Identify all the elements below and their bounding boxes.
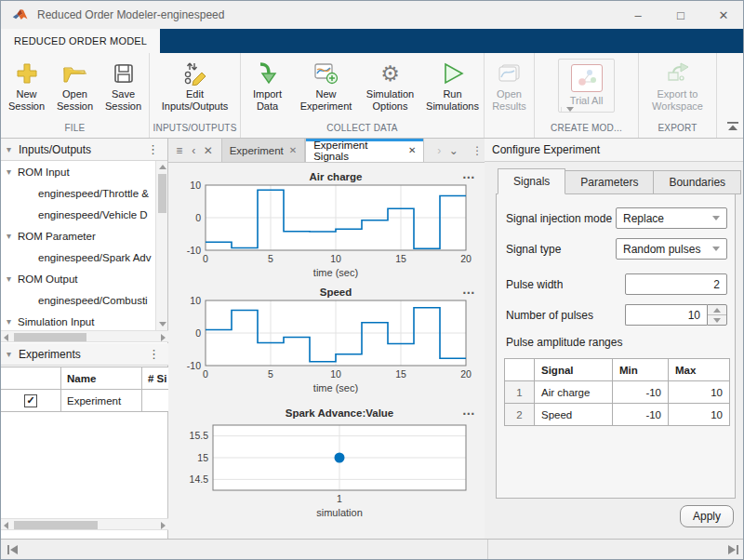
ribbon-group-create-model: Trial All CREATE MOD... bbox=[535, 53, 639, 138]
experiment-checkbox[interactable]: ✓ bbox=[24, 394, 37, 407]
svg-text:20: 20 bbox=[460, 368, 472, 380]
collapse-left-panel-icon[interactable] bbox=[7, 544, 20, 558]
table-row[interactable]: ✓Experiment bbox=[1, 390, 168, 412]
group-label-results bbox=[485, 123, 534, 138]
save-icon bbox=[113, 59, 135, 88]
svg-text:0: 0 bbox=[203, 253, 208, 264]
svg-text:5: 5 bbox=[268, 368, 273, 380]
number-of-pulses-input[interactable]: 10 bbox=[625, 304, 707, 326]
edit-io-icon bbox=[182, 59, 208, 88]
ribbon-group-export: Export to Workspace EXPORT bbox=[639, 53, 717, 138]
close-button[interactable]: ✕ bbox=[702, 1, 744, 29]
simulation-options-button[interactable]: ⚙ Simulation Options bbox=[359, 57, 422, 123]
signal-injection-mode-select[interactable]: Replace bbox=[616, 207, 727, 229]
tab-parameters[interactable]: Parameters bbox=[565, 170, 654, 194]
close-icon[interactable]: ✕ bbox=[408, 145, 416, 155]
svg-text:1: 1 bbox=[337, 493, 342, 504]
svg-text:0: 0 bbox=[195, 212, 201, 223]
tree-item[interactable]: ▾ROM Input bbox=[1, 161, 155, 182]
tab-reduced-order-model[interactable]: REDUCED ORDER MODEL bbox=[1, 29, 160, 53]
experiments-menu-icon[interactable]: ⋮ bbox=[145, 347, 163, 361]
export-to-workspace-button: Export to Workspace bbox=[641, 57, 715, 123]
inputs-outputs-header[interactable]: ▾ Inputs/Outputs ⋮ bbox=[1, 139, 167, 161]
scroll-tabs-right-icon[interactable]: › bbox=[432, 139, 446, 162]
scroll-tabs-left-icon[interactable]: ‹ bbox=[187, 139, 202, 162]
open-results-button: Open Results bbox=[485, 57, 534, 123]
configure-tabs: Signals Parameters Boundaries bbox=[498, 170, 741, 194]
pulse-amplitude-label: Pulse amplitude ranges bbox=[506, 336, 727, 349]
charts-container: -1001005101520Air charge⋯time (sec)-1001… bbox=[168, 163, 485, 539]
tree-item[interactable]: enginespeed/Spark Adv bbox=[1, 247, 155, 268]
pulse-width-input[interactable]: 2 bbox=[625, 273, 727, 295]
chart-title: Spark Advance:Value bbox=[286, 407, 394, 419]
chart-options-icon[interactable]: ⋯ bbox=[462, 286, 475, 300]
document-menu-icon[interactable]: ⋮ bbox=[471, 139, 485, 162]
tree-item[interactable]: ▾ROM Output bbox=[1, 268, 155, 289]
chart-spark-advance-value: 14.51515.51Spark Advance:Value⋯simulatio… bbox=[170, 407, 483, 522]
trial-all-button: Trial All bbox=[558, 59, 616, 113]
tree-item[interactable]: enginespeed/Combusti bbox=[1, 289, 155, 311]
new-experiment-button[interactable]: New Experiment bbox=[294, 57, 359, 123]
svg-text:15: 15 bbox=[197, 452, 208, 463]
collapse-right-panel-icon[interactable] bbox=[726, 544, 739, 558]
ribbon-group-results: Open Results bbox=[485, 53, 535, 138]
experiments-table: Name # Si ✓Experiment bbox=[1, 367, 168, 412]
chart-xlabel: time (sec) bbox=[313, 382, 358, 393]
app-window: Reduced Order Modeler-enginespeed – □ ✕ … bbox=[0, 0, 744, 560]
svg-text:-10: -10 bbox=[187, 245, 201, 256]
io-tree: ▾ROM Inputenginespeed/Throttle &enginesp… bbox=[1, 161, 155, 330]
chevron-down-icon[interactable]: ▾ bbox=[7, 316, 18, 327]
svg-text:10: 10 bbox=[190, 180, 201, 191]
chart-air-charge: -1001005101520Air charge⋯time (sec) bbox=[170, 170, 483, 282]
svg-text:-10: -10 bbox=[187, 360, 201, 371]
open-session-button[interactable]: Open Session bbox=[51, 57, 100, 123]
tab-list-menu-icon[interactable]: ≡ bbox=[172, 139, 187, 162]
experiments-header[interactable]: ▾ Experiments ⋮ bbox=[1, 343, 168, 366]
pulse-width-row: Pulse width 2 bbox=[506, 273, 727, 295]
maximize-button[interactable]: □ bbox=[659, 1, 702, 29]
chevron-down-icon[interactable]: ▾ bbox=[7, 231, 18, 241]
plus-icon bbox=[15, 59, 39, 88]
new-session-button[interactable]: New Session bbox=[3, 57, 51, 123]
tree-item[interactable]: enginespeed/Throttle & bbox=[1, 182, 155, 204]
chevron-down-icon[interactable]: ▾ bbox=[7, 167, 18, 177]
chart-options-icon[interactable]: ⋯ bbox=[462, 170, 475, 184]
tree-item[interactable]: enginespeed/Vehicle D bbox=[1, 204, 155, 225]
tab-signals[interactable]: Signals bbox=[498, 168, 565, 194]
ribbon-group-collect-data: Import Data New Experiment bbox=[241, 53, 485, 138]
collapse-ribbon-button[interactable] bbox=[726, 121, 739, 134]
chevron-down-icon[interactable]: ▾ bbox=[7, 273, 18, 284]
play-icon bbox=[442, 59, 464, 88]
edit-inputs-outputs-button[interactable]: Edit Inputs/Outputs bbox=[152, 57, 239, 123]
signal-type-row: Signal type Random pulses bbox=[506, 238, 727, 260]
signal-type-select[interactable]: Random pulses bbox=[616, 238, 727, 260]
tab-experiment-signals[interactable]: Experiment Signals ✕ bbox=[305, 139, 424, 162]
chart-title: Speed bbox=[320, 287, 352, 298]
signals-tab-content: Signal injection mode Replace Signal typ… bbox=[496, 193, 736, 499]
tree-item[interactable]: ▾Simulation Input bbox=[1, 311, 155, 330]
model-network-icon bbox=[571, 64, 603, 92]
svg-text:10: 10 bbox=[190, 295, 201, 306]
io-tree-hscrollbar[interactable] bbox=[1, 330, 168, 342]
close-icon[interactable]: ✕ bbox=[289, 145, 297, 155]
group-label-collect-data: COLLECT DATA bbox=[241, 123, 484, 138]
save-session-button[interactable]: Save Session bbox=[100, 57, 148, 123]
svg-text:0: 0 bbox=[195, 327, 201, 339]
experiments-hscrollbar[interactable] bbox=[1, 518, 168, 530]
tab-dropdown-icon[interactable]: ⌄ bbox=[446, 139, 461, 162]
chart-options-icon[interactable]: ⋯ bbox=[462, 407, 475, 420]
io-tree-vscrollbar[interactable] bbox=[155, 161, 167, 330]
minimize-button[interactable]: – bbox=[617, 1, 659, 29]
run-simulations-button[interactable]: Run Simulations bbox=[422, 57, 484, 123]
inputs-outputs-menu-icon[interactable]: ⋮ bbox=[144, 142, 162, 156]
quantity-stepper[interactable] bbox=[707, 304, 727, 326]
tab-boundaries[interactable]: Boundaries bbox=[654, 170, 741, 194]
configure-experiment-title: Configure Experiment bbox=[485, 139, 744, 162]
group-label-file: FILE bbox=[1, 123, 149, 138]
import-data-button[interactable]: Import Data bbox=[242, 57, 294, 123]
signal-injection-mode-row: Signal injection mode Replace bbox=[506, 207, 727, 229]
tree-item[interactable]: ▾ROM Parameter bbox=[1, 225, 155, 247]
tab-experiment[interactable]: Experiment ✕ bbox=[221, 139, 306, 162]
apply-button[interactable]: Apply bbox=[680, 505, 734, 527]
close-tab-icon[interactable]: ✕ bbox=[201, 139, 216, 162]
